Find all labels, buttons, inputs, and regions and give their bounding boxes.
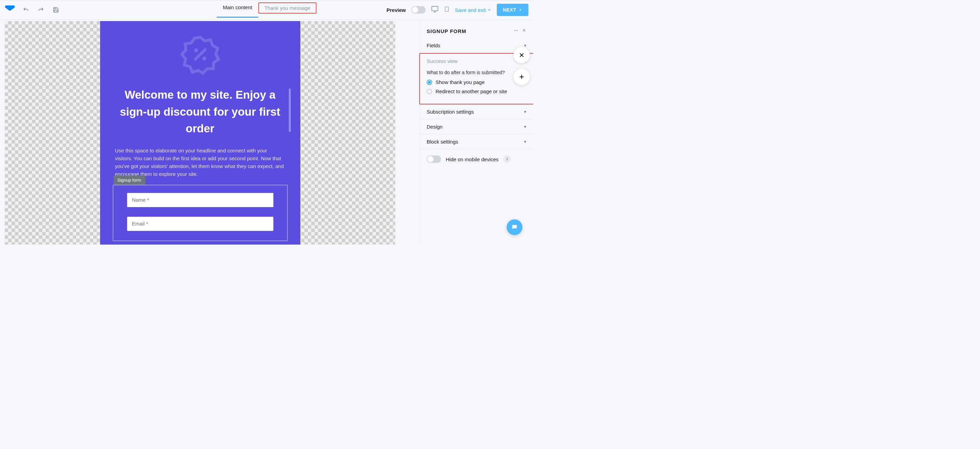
- svg-rect-3: [445, 7, 448, 11]
- preview-toggle[interactable]: [411, 6, 426, 14]
- email-field[interactable]: [127, 217, 274, 231]
- section-block-settings[interactable]: Block settings ▾: [420, 134, 533, 149]
- topbar-right: Preview Save and exit NEXT: [387, 4, 528, 16]
- sidebar-title: SIGNUP FORM: [427, 28, 466, 34]
- block-label: Signup form: [113, 176, 145, 185]
- radio-show-thank-you[interactable]: Show thank you page: [427, 79, 527, 85]
- discount-badge-icon: [180, 34, 221, 76]
- save-icon[interactable]: [52, 6, 60, 14]
- radio-thank-label: Show thank you page: [436, 79, 485, 85]
- svg-point-6: [202, 57, 206, 60]
- success-question: What to do after a form is submitted?: [427, 70, 527, 75]
- svg-point-5: [194, 48, 198, 52]
- chevron-down-icon: ▾: [524, 109, 527, 114]
- next-button[interactable]: NEXT: [497, 4, 528, 16]
- section-subscription-label: Subscription settings: [427, 109, 474, 115]
- desktop-icon[interactable]: [431, 5, 439, 14]
- svg-rect-0: [432, 6, 438, 11]
- save-and-exit-button[interactable]: Save and exit: [455, 7, 492, 13]
- section-subscription[interactable]: Subscription settings ▾: [420, 105, 533, 119]
- chevron-down-icon: ▾: [524, 139, 527, 144]
- undo-icon[interactable]: [22, 6, 30, 14]
- chat-support-button[interactable]: [507, 219, 522, 235]
- canvas-area: Welcome to my site. Enjoy a sign-up disc…: [0, 20, 420, 244]
- close-icon: [518, 52, 525, 59]
- section-success-label: Success view: [427, 58, 458, 64]
- radio-icon: [427, 79, 432, 85]
- name-field[interactable]: [127, 193, 274, 207]
- subtext[interactable]: Use this space to elaborate on your head…: [113, 147, 287, 178]
- plus-icon: [518, 73, 525, 80]
- content-tabs: Main content Thank you message: [217, 0, 317, 19]
- redo-icon[interactable]: [37, 6, 45, 14]
- next-label: NEXT: [503, 7, 516, 13]
- logo-icon[interactable]: [5, 5, 15, 14]
- page-content[interactable]: Welcome to my site. Enjoy a sign-up disc…: [100, 21, 300, 244]
- hide-mobile-toggle[interactable]: [427, 155, 441, 163]
- tab-thank-you[interactable]: Thank you message: [258, 2, 317, 14]
- radio-redirect-label: Redirect to another page or site: [436, 89, 507, 94]
- close-sidebar-icon[interactable]: [522, 28, 527, 34]
- radio-icon: [427, 89, 432, 94]
- section-design-label: Design: [427, 124, 443, 130]
- text-scrollbar[interactable]: [289, 89, 291, 132]
- chevron-down-icon: ▾: [524, 124, 527, 129]
- headline-block[interactable]: Welcome to my site. Enjoy a sign-up disc…: [113, 86, 287, 137]
- top-bar: Main content Thank you message Preview S…: [0, 0, 533, 20]
- preview-label: Preview: [387, 7, 406, 13]
- save-exit-label: Save and exit: [455, 7, 486, 13]
- chevron-down-icon: [487, 8, 492, 12]
- editor-canvas[interactable]: Welcome to my site. Enjoy a sign-up disc…: [5, 21, 395, 244]
- right-rail: [514, 47, 530, 85]
- hide-mobile-label: Hide on mobile devices: [446, 157, 498, 162]
- topbar-left: [5, 5, 60, 14]
- tab-main-content[interactable]: Main content: [217, 5, 258, 14]
- chat-icon: [511, 224, 518, 231]
- pin-icon[interactable]: [514, 28, 518, 34]
- info-icon[interactable]: i: [503, 155, 511, 163]
- section-fields-label: Fields: [427, 43, 440, 48]
- headline-text: Welcome to my site. Enjoy a sign-up disc…: [113, 86, 287, 137]
- chevron-right-icon: [518, 8, 522, 12]
- hide-on-mobile-row: Hide on mobile devices i: [420, 149, 533, 169]
- mobile-icon[interactable]: [444, 6, 449, 14]
- add-block-button[interactable]: [514, 69, 530, 85]
- section-block-label: Block settings: [427, 139, 458, 144]
- close-panel-button[interactable]: [514, 47, 530, 63]
- radio-redirect[interactable]: Redirect to another page or site: [427, 89, 527, 94]
- section-design[interactable]: Design ▾: [420, 119, 533, 134]
- signup-form-block[interactable]: Signup form: [113, 185, 287, 241]
